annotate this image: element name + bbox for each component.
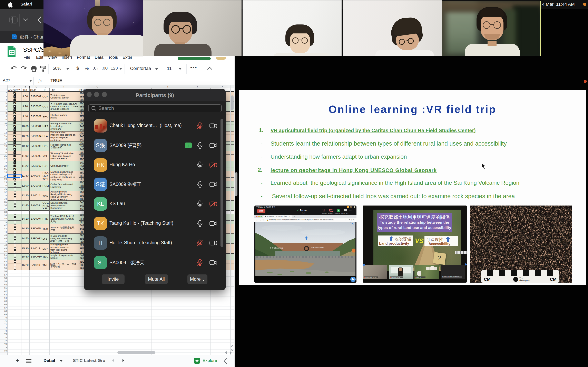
svg-text:學習 eLearning: 學習 eLearning: [270, 247, 283, 249]
svg-text:探索 Discovery: 探索 Discovery: [311, 246, 324, 249]
